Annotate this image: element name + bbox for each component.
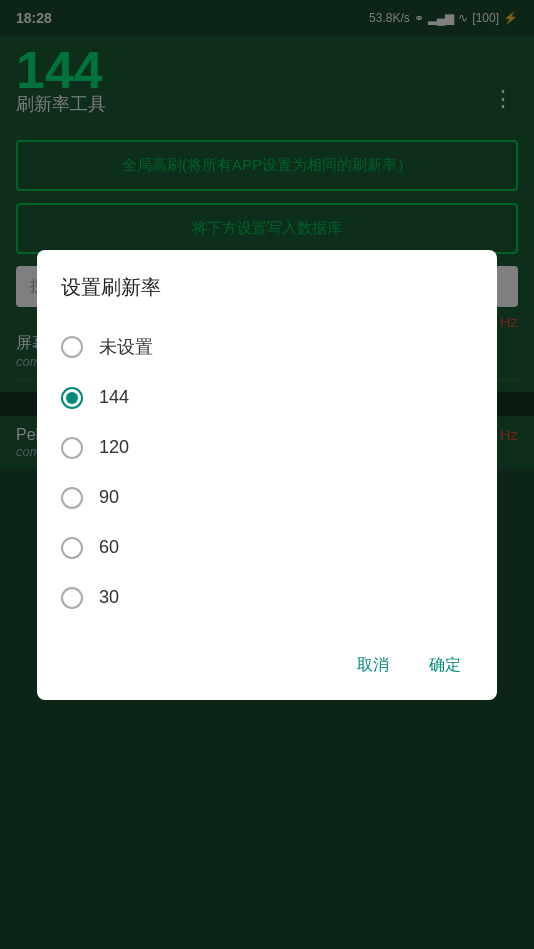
confirm-button[interactable]: 确定	[417, 647, 473, 684]
radio-circle-30	[61, 587, 83, 609]
dialog: 设置刷新率 未设置 144 120 90 60 30	[37, 250, 497, 700]
dialog-actions: 取消 确定	[61, 639, 473, 684]
radio-circle-60	[61, 537, 83, 559]
radio-option-unset[interactable]: 未设置	[61, 321, 473, 373]
radio-label-30: 30	[99, 587, 119, 608]
dialog-overlay: 设置刷新率 未设置 144 120 90 60 30	[0, 0, 534, 949]
radio-label-120: 120	[99, 437, 129, 458]
radio-option-120[interactable]: 120	[61, 423, 473, 473]
dialog-title: 设置刷新率	[61, 274, 473, 301]
radio-option-30[interactable]: 30	[61, 573, 473, 623]
radio-label-144: 144	[99, 387, 129, 408]
radio-circle-120	[61, 437, 83, 459]
radio-circle-144	[61, 387, 83, 409]
radio-label-90: 90	[99, 487, 119, 508]
radio-label-60: 60	[99, 537, 119, 558]
radio-circle-unset	[61, 336, 83, 358]
cancel-button[interactable]: 取消	[345, 647, 401, 684]
radio-option-90[interactable]: 90	[61, 473, 473, 523]
radio-label-unset: 未设置	[99, 335, 153, 359]
radio-circle-90	[61, 487, 83, 509]
radio-option-144[interactable]: 144	[61, 373, 473, 423]
radio-option-60[interactable]: 60	[61, 523, 473, 573]
